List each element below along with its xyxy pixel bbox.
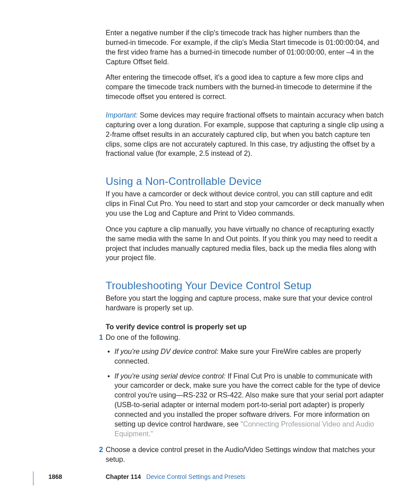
important-body: Some devices may require fractional offs…: [106, 111, 384, 157]
step-2: 2 Choose a device control preset in the …: [106, 445, 385, 464]
chapter-title: Device Control Settings and Presets: [146, 473, 245, 480]
bullet-item: • If you're using DV device control: Mak…: [106, 347, 385, 366]
bullet-body: If Final Cut Pro is unable to communicat…: [114, 372, 383, 428]
chapter-ref: Chapter 114Device Control Settings and P…: [106, 473, 245, 480]
step-text: Choose a device control preset in the Au…: [106, 445, 376, 463]
paragraph: Enter a negative number if the clip's ti…: [106, 28, 385, 66]
heading-troubleshooting: Troubleshooting Your Device Control Setu…: [106, 280, 385, 292]
chapter-label: Chapter 114: [106, 473, 141, 480]
paragraph: Before you start the logging and capture…: [106, 294, 385, 313]
paragraph: After entering the timecode offset, it's…: [106, 73, 385, 102]
step-number: 1: [94, 333, 103, 342]
page: Enter a negative number if the clip's ti…: [0, 0, 420, 504]
bullet-item: • If you're using serial device control:…: [106, 372, 385, 439]
footer-rule: [33, 471, 33, 486]
important-label: Important:: [106, 111, 140, 119]
page-footer: 1868 Chapter 114Device Control Settings …: [0, 473, 420, 484]
paragraph: Once you capture a clip manually, you ha…: [106, 224, 385, 263]
procedure-title: To verify device control is properly set…: [106, 323, 385, 331]
paragraph: If you have a camcorder or deck without …: [106, 189, 385, 218]
step-number: 2: [94, 445, 103, 455]
bullet-list: • If you're using DV device control: Mak…: [106, 347, 385, 439]
step-1: 1 Do one of the following. • If you're u…: [106, 333, 385, 439]
page-number: 1868: [48, 473, 62, 480]
bullet-lead: If you're using DV device control:: [114, 347, 221, 355]
bullet-lead: If you're using serial device control:: [114, 372, 228, 380]
step-text: Do one of the following.: [106, 333, 180, 341]
bullet-dot-icon: •: [107, 372, 110, 381]
heading-non-controllable: Using a Non-Controllable Device: [106, 175, 385, 188]
bullet-dot-icon: •: [107, 347, 110, 357]
important-note: Important: Some devices may require frac…: [106, 110, 385, 158]
